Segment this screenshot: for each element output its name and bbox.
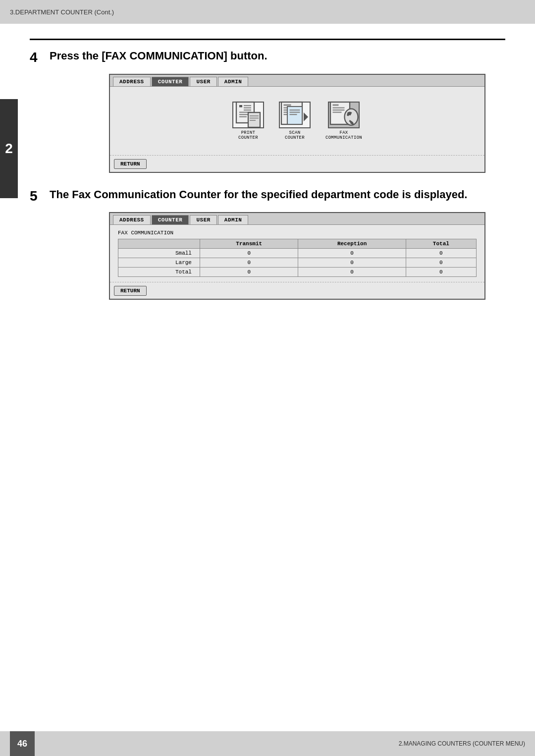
- svg-rect-1: [239, 105, 242, 108]
- screen1-tab-bar: ADDRESS COUNTER USER ADMIN: [110, 75, 484, 87]
- screen2-mockup: ADDRESS COUNTER USER ADMIN FAX COMMUNICA…: [109, 212, 485, 300]
- fax-communication-btn[interactable]: FAXCOMMUNICATION: [325, 102, 362, 140]
- row-large-label: Large: [118, 258, 200, 268]
- row-total-total: 0: [406, 268, 476, 277]
- row-small-label: Small: [118, 249, 200, 258]
- svg-rect-26: [333, 109, 345, 110]
- row-small-reception: 0: [298, 249, 406, 258]
- print-counter-icon: [233, 101, 263, 129]
- screen2-return-wrap: RETURN: [110, 282, 484, 299]
- step4-header: 4 Press the [FAX COMMUNICATION] button.: [30, 49, 505, 66]
- chapter-marker: 2: [0, 99, 18, 198]
- row-total-transmit: 0: [200, 268, 298, 277]
- scan-counter-icon-box: [279, 102, 311, 128]
- tab-admin-1[interactable]: ADMIN: [218, 77, 249, 86]
- screen1-mockup: ADDRESS COUNTER USER ADMIN: [109, 74, 485, 173]
- col-header-total: Total: [406, 239, 476, 249]
- print-counter-btn[interactable]: PRINTCOUNTER: [232, 102, 264, 140]
- svg-rect-27: [333, 112, 342, 113]
- row-total-label: Total: [118, 268, 200, 277]
- svg-rect-24: [333, 105, 339, 106]
- screen2-tab-bar: ADDRESS COUNTER USER ADMIN: [110, 213, 484, 225]
- svg-rect-7: [239, 116, 247, 117]
- tab-admin-2[interactable]: ADMIN: [218, 215, 249, 224]
- screen2-return-btn[interactable]: RETURN: [114, 286, 147, 296]
- screen2-body: FAX COMMUNICATION Transmit Reception Tot…: [110, 225, 484, 282]
- svg-rect-21: [289, 114, 297, 115]
- scan-counter-label: SCANCOUNTER: [285, 130, 305, 140]
- fax-communication-icon-box: [328, 102, 360, 128]
- screen1-body: PRINTCOUNTER: [110, 87, 484, 155]
- page-number: 46: [17, 739, 27, 749]
- svg-rect-10: [250, 118, 259, 119]
- svg-rect-25: [333, 108, 345, 108]
- row-small-total: 0: [406, 249, 476, 258]
- fax-table: Transmit Reception Total Small 0 0 0 Lar…: [118, 239, 477, 277]
- tab-user-1[interactable]: USER: [190, 77, 216, 86]
- svg-rect-18: [287, 107, 302, 124]
- col-header-reception: Reception: [298, 239, 406, 249]
- row-large-transmit: 0: [200, 258, 298, 268]
- table-row: Total 0 0 0: [118, 268, 477, 277]
- bottom-bar: 46 2.MANAGING COUNTERS (COUNTER MENU): [0, 731, 535, 756]
- svg-rect-2: [244, 105, 251, 106]
- svg-rect-4: [244, 109, 251, 110]
- main-content: 2 4 Press the [FAX COMMUNICATION] button…: [0, 24, 535, 747]
- page-number-box: 46: [10, 731, 35, 756]
- step4-title: Press the [FAX COMMUNICATION] button.: [50, 49, 268, 63]
- scan-counter-icon: [280, 101, 310, 129]
- step5-header: 5 The Fax Communication Counter for the …: [30, 188, 505, 205]
- tab-counter-1[interactable]: COUNTER: [152, 77, 189, 86]
- row-large-reception: 0: [298, 258, 406, 268]
- scan-counter-btn[interactable]: SCANCOUNTER: [279, 102, 311, 140]
- top-bar: 3.DEPARTMENT COUNTER (Cont.): [0, 0, 535, 24]
- top-bar-text: 3.DEPARTMENT COUNTER (Cont.): [10, 8, 114, 16]
- screen1-return-wrap: RETURN: [110, 155, 484, 172]
- step5-title: The Fax Communication Counter for the sp…: [50, 188, 467, 202]
- fax-section-title: FAX COMMUNICATION: [118, 230, 477, 236]
- svg-rect-11: [250, 120, 256, 121]
- svg-rect-20: [289, 112, 300, 113]
- col-header-transmit: Transmit: [200, 239, 298, 249]
- table-row: Large 0 0 0: [118, 258, 477, 268]
- tab-address-2[interactable]: ADDRESS: [113, 215, 151, 224]
- icon-buttons-row: PRINTCOUNTER: [232, 102, 362, 140]
- table-row: Small 0 0 0: [118, 249, 477, 258]
- fax-communication-icon: [329, 101, 359, 129]
- svg-rect-3: [244, 108, 251, 108]
- row-small-transmit: 0: [200, 249, 298, 258]
- svg-marker-22: [304, 112, 308, 121]
- svg-rect-19: [289, 109, 300, 110]
- tab-user-2[interactable]: USER: [190, 215, 216, 224]
- row-large-total: 0: [406, 258, 476, 268]
- print-counter-label: PRINTCOUNTER: [238, 130, 258, 140]
- svg-rect-13: [283, 105, 291, 106]
- col-header-empty: [118, 239, 200, 249]
- tab-address-1[interactable]: ADDRESS: [113, 77, 151, 86]
- fax-communication-label: FAXCOMMUNICATION: [325, 130, 362, 140]
- step5-number: 5: [30, 188, 45, 205]
- bottom-bar-text: 2.MANAGING COUNTERS (COUNTER MENU): [399, 740, 525, 747]
- tab-counter-2[interactable]: COUNTER: [152, 215, 189, 224]
- screen1-return-btn[interactable]: RETURN: [114, 159, 147, 169]
- row-total-reception: 0: [298, 268, 406, 277]
- step4-number: 4: [30, 49, 45, 66]
- print-counter-icon-box: [232, 102, 264, 128]
- step4-divider: [30, 39, 505, 40]
- svg-rect-9: [250, 115, 259, 116]
